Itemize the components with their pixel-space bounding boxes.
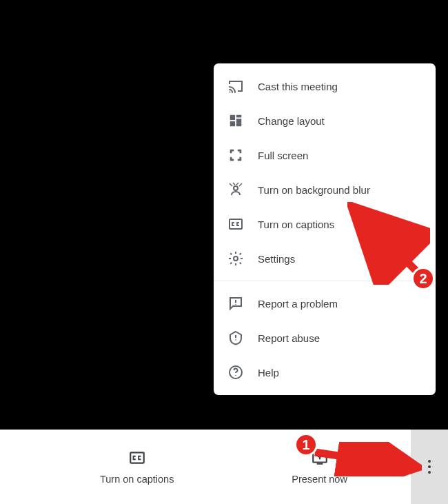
spacer: [0, 430, 45, 504]
svg-rect-2: [236, 115, 241, 118]
control-label: Turn on captions: [100, 474, 174, 485]
svg-line-6: [230, 183, 232, 186]
person-blur-icon: [227, 181, 244, 198]
turn-on-captions-button[interactable]: Turn on captions: [45, 430, 228, 504]
callout-badge-2: 2: [411, 267, 435, 290]
callout-badge-1: 1: [294, 433, 318, 456]
svg-line-21: [315, 452, 405, 465]
fullscreen-icon: [227, 147, 244, 163]
svg-rect-3: [236, 119, 241, 126]
svg-rect-4: [230, 121, 235, 126]
svg-point-11: [234, 256, 238, 261]
menu-item-cast[interactable]: Cast this meeting: [214, 69, 436, 103]
layout-icon: [227, 112, 244, 129]
menu-item-help[interactable]: Help: [214, 355, 436, 390]
svg-rect-1: [230, 115, 235, 120]
menu-item-label: Settings: [258, 253, 295, 265]
svg-line-7: [233, 183, 235, 185]
menu-item-label: Turn on background blur: [258, 184, 370, 196]
svg-rect-10: [230, 219, 242, 229]
feedback-icon: [227, 295, 244, 312]
menu-item-change-layout[interactable]: Change layout: [214, 103, 436, 138]
svg-point-13: [235, 304, 236, 305]
menu-item-label: Turn on captions: [258, 219, 334, 230]
help-icon: [227, 364, 244, 381]
menu-item-label: Cast this meeting: [258, 81, 338, 92]
callout-arrow-1: [312, 442, 422, 476]
svg-rect-18: [130, 452, 144, 463]
captions-icon: [128, 449, 146, 467]
svg-point-17: [235, 375, 236, 376]
svg-line-8: [239, 183, 242, 186]
gear-icon: [227, 250, 244, 267]
more-vertical-icon: [428, 460, 431, 474]
svg-point-0: [230, 92, 231, 93]
svg-line-9: [236, 183, 238, 185]
menu-item-label: Full screen: [258, 150, 308, 161]
captions-icon: [227, 216, 244, 232]
svg-point-5: [234, 186, 238, 190]
menu-item-label: Report a problem: [258, 298, 338, 310]
menu-item-report-problem[interactable]: Report a problem: [214, 286, 436, 321]
menu-item-label: Report abuse: [258, 332, 320, 344]
svg-line-22: [361, 216, 420, 274]
svg-point-15: [235, 339, 236, 341]
menu-item-report-abuse[interactable]: Report abuse: [214, 321, 436, 355]
menu-item-fullscreen[interactable]: Full screen: [214, 138, 436, 172]
menu-item-label: Change layout: [258, 115, 325, 127]
menu-item-label: Help: [258, 367, 279, 379]
cast-icon: [227, 78, 244, 94]
report-abuse-icon: [227, 330, 244, 346]
